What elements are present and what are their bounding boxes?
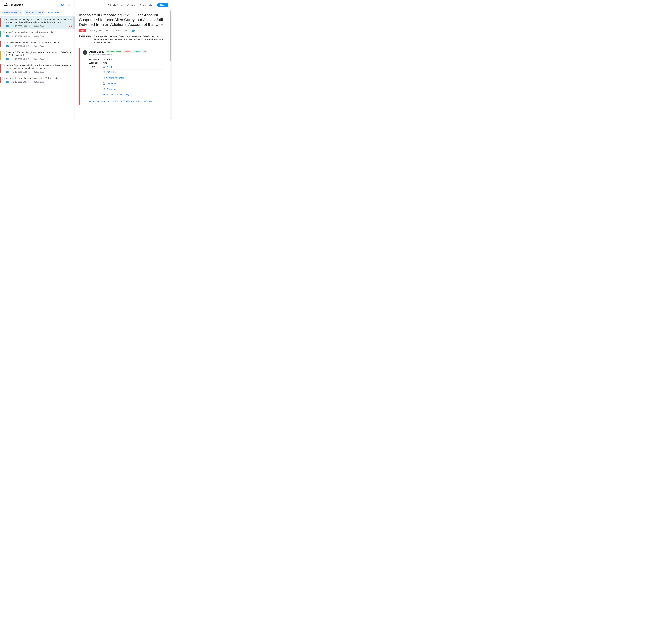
alert-status: Status: Open: [34, 35, 44, 37]
scrollbar-thumb[interactable]: [170, 11, 171, 61]
alert-checkbox[interactable]: [2, 19, 5, 27]
alert-meta: |Apr 19, 2022 10:37 AM|Status: Open: [6, 81, 73, 83]
alerts-title: 58 Alerts: [9, 3, 23, 7]
target-item[interactable]: JNetworks: [103, 86, 165, 92]
detail-header: Similar Alerts Share View Policy Close: [75, 0, 172, 10]
tag-privileged: privileged entity: [106, 50, 122, 53]
similar-alerts-button[interactable]: Similar Alerts: [107, 4, 123, 6]
alerts-list[interactable]: Inconsistent Offboarding - SSO User Acco…: [0, 16, 74, 120]
svg-rect-2: [26, 13, 26, 13]
close-button[interactable]: Close: [157, 3, 169, 7]
group-icon[interactable]: [61, 3, 64, 7]
svg-point-4: [69, 26, 70, 27]
alerts-title-wrap: 58 Alerts: [4, 3, 23, 7]
target-item[interactable]: IGG Hotels: [103, 69, 165, 75]
organization-icon: [26, 12, 28, 14]
sort-icon[interactable]: [67, 3, 71, 7]
identity-name-wrap: Allen Carey privileged entity no mfa adm…: [89, 50, 165, 56]
scrollbar-thumb[interactable]: [73, 16, 74, 29]
activities-label: Show Activities: Apr 19, 2022 09:35 AM -…: [92, 100, 152, 102]
description-row: Description: The suspended user Allen Ca…: [79, 35, 168, 44]
alert-title: The user SFDC Sandbox_1 was assigned as …: [6, 51, 73, 56]
avatar: [83, 50, 87, 55]
match-filter-label: Match:: [4, 11, 10, 14]
svg-line-18: [127, 5, 128, 5]
detail-panel: Similar Alerts Share View Policy Close I…: [75, 0, 172, 120]
severity-bar: [0, 51, 1, 60]
salesforce-icon: [6, 25, 8, 27]
view-policy-label: View Policy: [143, 4, 153, 6]
tag-admin: admin: [133, 50, 141, 53]
alert-content: Jerome Boynton set a sharing rule that s…: [6, 64, 73, 73]
alert-item[interactable]: Inconsistent Offboarding - SSO User Acco…: [0, 16, 74, 29]
alert-checkbox[interactable]: [2, 42, 5, 47]
alert-checkbox[interactable]: [2, 65, 5, 73]
match-filter-chip[interactable]: Match: All filters: [2, 10, 22, 15]
detail-body[interactable]: Inconsistent Offboarding - SSO User Acco…: [75, 10, 172, 120]
identity-email: acarey@polyrizelab.com: [89, 54, 165, 56]
tag-no-mfa: no mfa: [123, 50, 132, 53]
alert-status: Status: Open: [34, 71, 44, 73]
alert-title: Jerome Boynton set a sharing rule that s…: [6, 64, 73, 70]
show-more-link[interactable]: Show More: [103, 94, 113, 96]
alert-checkbox[interactable]: [2, 51, 5, 60]
alert-content: The user SFDC Sandbox_1 was assigned as …: [6, 51, 73, 60]
alert-item[interactable]: Josh Hammond made a change to an adminis…: [0, 39, 74, 49]
actions-label: Actions:: [89, 62, 101, 64]
share-button[interactable]: Share: [126, 4, 135, 6]
plus-icon: [48, 12, 50, 14]
alert-date: Apr 19, 2022 10:03 AM: [12, 35, 30, 37]
salesforce-icon: [132, 30, 134, 31]
svg-point-12: [107, 4, 107, 5]
description-text: The suspended user Allen Carey has acces…: [94, 35, 168, 44]
scrollbar[interactable]: [170, 9, 172, 119]
status-filter-chip[interactable]: Status: Open: [24, 10, 45, 15]
alert-checkbox[interactable]: [2, 31, 5, 37]
add-filter-label: Add Filter: [50, 11, 59, 14]
show-activities-link[interactable]: Show Activities: Apr 19, 2022 09:35 AM -…: [89, 98, 165, 102]
salesforce-icon: [6, 45, 8, 47]
match-filter-value: All filters: [11, 11, 19, 14]
actions-row: Actions: read: [89, 62, 165, 64]
separator: |: [88, 29, 88, 32]
severity-bar: [0, 31, 1, 37]
status-filter-value: Open: [36, 11, 41, 14]
alert-checkbox[interactable]: [2, 77, 5, 83]
similar-alerts-label: Similar Alerts: [110, 4, 123, 6]
alert-item[interactable]: A connection from the suspicious service…: [0, 75, 74, 85]
alert-title: Inconsistent Offboarding - SSO User Acco…: [6, 18, 73, 24]
salesforce-icon: [6, 71, 8, 73]
svg-line-19: [127, 5, 128, 6]
salesforce-icon: [6, 35, 8, 37]
view-policy-button[interactable]: View Policy: [139, 4, 153, 6]
identity-name-row: Allen Carey privileged entity no mfa adm…: [89, 50, 165, 53]
binoculars-icon: [69, 25, 72, 27]
add-filter-button[interactable]: Add Filter: [48, 11, 59, 14]
targets-list: InLoopIGG HotelsAppToApp softwareJGR Ret…: [103, 65, 165, 92]
tag-more[interactable]: +4: [143, 50, 148, 53]
alert-date: Apr 19, 2022 10:37 AM: [12, 81, 30, 83]
alert-item[interactable]: Jerome Boynton set a sharing rule that s…: [0, 62, 74, 75]
targets-label: Targets:: [89, 65, 101, 92]
alert-title: Josh Hammond made a change to an adminis…: [6, 41, 73, 44]
identity-header: Allen Carey privileged entity no mfa adm…: [83, 50, 165, 56]
separator: |: [10, 58, 10, 60]
alert-item[interactable]: The user SFDC Sandbox_1 was assigned as …: [0, 49, 74, 62]
svg-point-20: [85, 52, 86, 52]
alert-status: Status: Open: [34, 45, 44, 47]
svg-rect-0: [26, 12, 26, 12]
target-item[interactable]: AppToApp software: [103, 75, 165, 81]
svg-rect-7: [71, 25, 71, 26]
show-all-link[interactable]: Show All (+14): [115, 94, 129, 96]
detail-status: Status: Open: [116, 29, 128, 32]
share-label: Share: [130, 4, 135, 6]
alert-item[interactable]: Allen Carey excessively accessed Salesfo…: [0, 29, 74, 39]
svg-rect-6: [70, 25, 70, 26]
accounts-label: Accounts:: [89, 58, 101, 61]
target-item[interactable]: InLoop: [103, 65, 165, 69]
description-label: Description:: [79, 35, 92, 44]
detail-meta-row: High | Apr 19, 2022 10:06 AM | Status: O…: [79, 29, 168, 32]
target-item[interactable]: JGR Retail: [103, 81, 165, 86]
separator: |: [32, 58, 32, 60]
header-actions: [61, 3, 71, 7]
